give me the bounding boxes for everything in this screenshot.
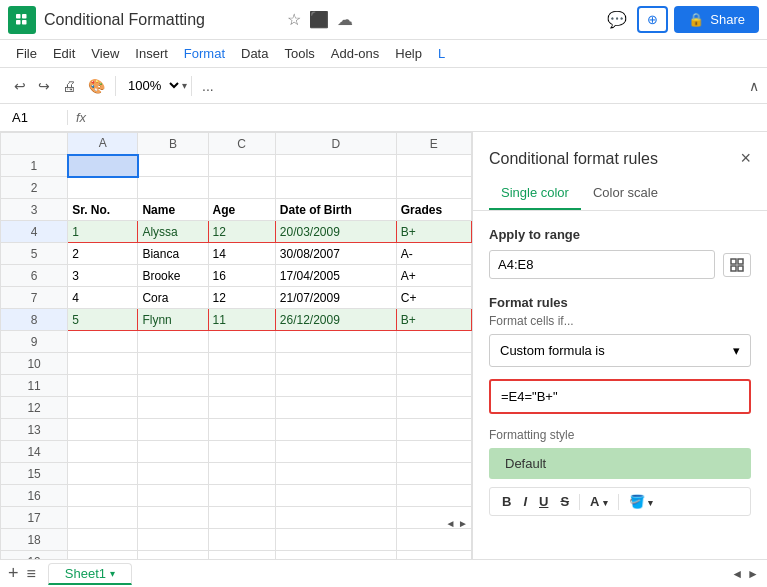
cell[interactable] (68, 397, 138, 419)
default-style-button[interactable]: Default (489, 448, 751, 479)
cell[interactable]: 12 (208, 287, 275, 309)
cell[interactable] (396, 419, 471, 441)
cell[interactable]: 20/03/2009 (275, 221, 396, 243)
row-header-12[interactable]: 12 (1, 397, 68, 419)
scroll-left-button[interactable]: ◄ (731, 567, 743, 581)
cell[interactable] (68, 155, 138, 177)
menu-edit[interactable]: Edit (45, 44, 83, 63)
cell[interactable] (208, 551, 275, 560)
cell[interactable]: 17/04/2005 (275, 265, 396, 287)
share-button[interactable]: 🔒 Share (674, 6, 759, 33)
row-header-4[interactable]: 4 (1, 221, 68, 243)
cell[interactable]: Flynn (138, 309, 208, 331)
cell[interactable] (275, 177, 396, 199)
row-header-14[interactable]: 14 (1, 441, 68, 463)
range-grid-button[interactable] (723, 253, 751, 277)
cell[interactable] (208, 419, 275, 441)
cell[interactable] (208, 485, 275, 507)
cloud-icon[interactable]: ☁ (337, 10, 353, 29)
cell[interactable] (208, 397, 275, 419)
cell[interactable] (138, 177, 208, 199)
cell[interactable] (275, 529, 396, 551)
cell[interactable] (275, 507, 396, 529)
cell[interactable]: Grades (396, 199, 471, 221)
cell[interactable] (208, 529, 275, 551)
cell[interactable] (138, 463, 208, 485)
cell[interactable]: B+ (396, 221, 471, 243)
cell[interactable] (275, 397, 396, 419)
cell-reference-input[interactable] (8, 110, 68, 125)
row-header-17[interactable]: 17 (1, 507, 68, 529)
cell[interactable] (275, 463, 396, 485)
redo-button[interactable]: ↪ (32, 75, 56, 97)
cell[interactable] (68, 485, 138, 507)
cell[interactable]: 26/12/2009 (275, 309, 396, 331)
cell[interactable]: Brooke (138, 265, 208, 287)
fill-color-button[interactable]: 🪣 ▾ (625, 492, 658, 511)
cell[interactable]: Age (208, 199, 275, 221)
row-header-5[interactable]: 5 (1, 243, 68, 265)
cell[interactable]: 16 (208, 265, 275, 287)
tab-single-color[interactable]: Single color (489, 177, 581, 210)
row-header-15[interactable]: 15 (1, 463, 68, 485)
cell[interactable]: Cora (138, 287, 208, 309)
cell[interactable]: Date of Birth (275, 199, 396, 221)
cell[interactable] (68, 463, 138, 485)
cell[interactable] (396, 375, 471, 397)
cell[interactable]: Sr. No. (68, 199, 138, 221)
formula-input[interactable] (489, 379, 751, 414)
row-header-3[interactable]: 3 (1, 199, 68, 221)
cell[interactable] (68, 177, 138, 199)
cell[interactable]: 1 (68, 221, 138, 243)
cell[interactable] (138, 507, 208, 529)
cell[interactable]: Name (138, 199, 208, 221)
star-icon[interactable]: ☆ (287, 10, 301, 29)
cell[interactable]: 5 (68, 309, 138, 331)
folder-icon[interactable]: ⬛ (309, 10, 329, 29)
print-button[interactable]: 🖨 (56, 75, 82, 97)
col-header-b[interactable]: B (138, 133, 208, 155)
row-header-10[interactable]: 10 (1, 353, 68, 375)
collapse-button[interactable]: ∧ (749, 78, 759, 94)
cell[interactable] (68, 419, 138, 441)
cell[interactable] (208, 331, 275, 353)
cell[interactable]: 12 (208, 221, 275, 243)
cell[interactable] (275, 441, 396, 463)
more-options-button[interactable]: ... (196, 75, 220, 97)
cell[interactable]: 2 (68, 243, 138, 265)
col-header-e[interactable]: E (396, 133, 471, 155)
cell[interactable] (275, 485, 396, 507)
cell[interactable] (396, 463, 471, 485)
bold-button[interactable]: B (498, 492, 515, 511)
row-header-9[interactable]: 9 (1, 331, 68, 353)
cell[interactable] (208, 177, 275, 199)
cell[interactable] (208, 507, 275, 529)
cell[interactable] (138, 155, 208, 177)
cell[interactable] (68, 507, 138, 529)
scroll-right-button[interactable]: ► (747, 567, 759, 581)
cell[interactable] (275, 419, 396, 441)
cell[interactable] (68, 375, 138, 397)
cell[interactable]: 4 (68, 287, 138, 309)
cell[interactable] (396, 397, 471, 419)
row-header-8[interactable]: 8 (1, 309, 68, 331)
undo-button[interactable]: ↩ (8, 75, 32, 97)
cell[interactable] (275, 551, 396, 560)
cell[interactable]: 30/08/2007 (275, 243, 396, 265)
cell[interactable] (208, 441, 275, 463)
cell[interactable]: A+ (396, 265, 471, 287)
underline-button[interactable]: U (535, 492, 552, 511)
sheets-list-button[interactable]: ≡ (27, 565, 36, 583)
cell[interactable] (396, 507, 471, 529)
cell[interactable] (138, 485, 208, 507)
row-header-1[interactable]: 1 (1, 155, 68, 177)
cell[interactable] (68, 441, 138, 463)
cell[interactable] (396, 155, 471, 177)
cell[interactable] (68, 353, 138, 375)
panel-close-button[interactable]: × (740, 148, 751, 169)
zoom-select[interactable]: 100% (120, 75, 182, 96)
cell[interactable] (68, 529, 138, 551)
row-header-19[interactable]: 19 (1, 551, 68, 560)
row-header-7[interactable]: 7 (1, 287, 68, 309)
cell[interactable] (208, 353, 275, 375)
